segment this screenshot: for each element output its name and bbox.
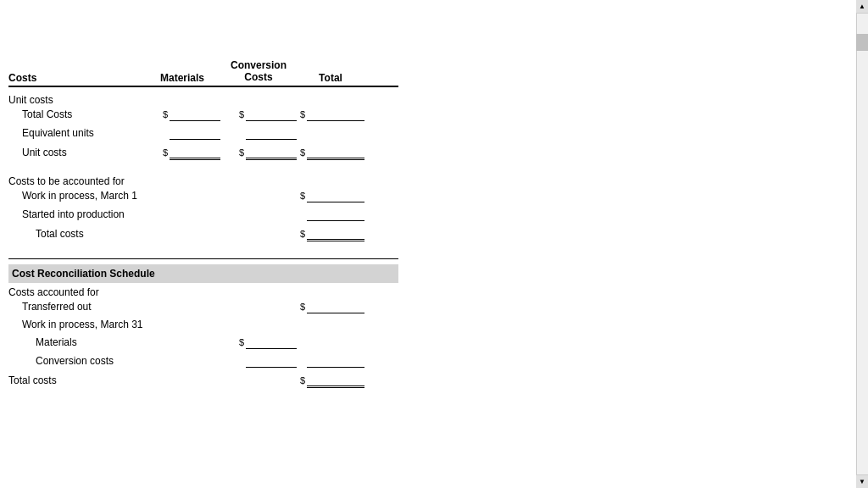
header-total: Total [297, 72, 364, 84]
wip-march1-row: Work in process, March 1 $ [8, 189, 398, 202]
dollar-wip-march1: $ [300, 191, 305, 201]
header-costs: Costs [8, 72, 144, 84]
wip-march31-label-row: Work in process, March 31 [8, 319, 398, 330]
dollar-total-accounted: $ [300, 229, 305, 239]
unit-costs-conv-input[interactable] [246, 145, 297, 160]
total-costs-conv-input[interactable] [246, 108, 297, 121]
scrollbar[interactable]: ▲ ▼ [856, 0, 868, 488]
unit-costs-section-label: Unit costs [8, 91, 398, 108]
recon-total-costs-label: Total costs [8, 374, 144, 386]
table-header: Costs Materials ConversionCosts Total [8, 59, 398, 87]
header-conversion: ConversionCosts [220, 59, 297, 84]
section-divider [8, 258, 398, 259]
unit-costs-mat-input[interactable] [170, 145, 220, 160]
reconciliation-header: Cost Reconciliation Schedule [8, 264, 398, 283]
recon-total-costs-input[interactable] [307, 373, 364, 388]
recon-materials-label: Materials [8, 336, 144, 348]
header-materials: Materials [144, 72, 220, 84]
transferred-out-input[interactable] [307, 300, 364, 313]
total-costs-accounted-row: Total costs $ [8, 226, 398, 241]
wip-march31-label: Work in process, March 31 [8, 319, 144, 330]
total-costs-row: Total Costs $ $ $ [8, 108, 398, 121]
main-content: Costs Materials ConversionCosts Total Un… [0, 0, 856, 488]
scroll-thumb[interactable] [856, 34, 868, 51]
started-production-label: Started into production [8, 208, 144, 220]
total-costs-accounted-label: Total costs [8, 228, 144, 240]
recon-materials-input[interactable] [246, 336, 297, 349]
recon-materials-row: Materials $ [8, 336, 398, 349]
scroll-up-arrow[interactable]: ▲ [856, 0, 868, 14]
dollar-transferred: $ [300, 302, 305, 312]
recon-conversion-tot-input[interactable] [307, 354, 364, 368]
dollar-tot-unit: $ [300, 147, 305, 158]
recon-conversion-input[interactable] [246, 354, 297, 368]
costs-accounted-for-label: Costs accounted for [8, 285, 398, 300]
equiv-units-mat-input[interactable] [170, 126, 220, 140]
dollar-recon-total: $ [300, 375, 305, 385]
started-production-input[interactable] [307, 208, 364, 221]
unit-costs-row: Unit costs $ $ $ [8, 145, 398, 160]
recon-conversion-row: Conversion costs [8, 354, 398, 368]
transferred-out-row: Transferred out $ [8, 300, 398, 313]
dollar-mat-total: $ [163, 109, 168, 119]
wip-march1-input[interactable] [307, 189, 364, 202]
scroll-down-arrow[interactable]: ▼ [856, 474, 868, 488]
dollar-conv-unit: $ [239, 147, 244, 158]
dollar-conv-total: $ [239, 109, 244, 119]
total-costs-tot-input[interactable] [307, 108, 364, 121]
page-container: ▲ ▼ Costs Materials ConversionCosts Tota… [0, 0, 868, 488]
total-costs-label: Total Costs [8, 108, 144, 120]
dollar-mat-unit: $ [163, 147, 168, 158]
total-costs-accounted-input[interactable] [307, 226, 364, 241]
recon-total-costs-row: Total costs $ [8, 373, 398, 388]
wip-march1-label: Work in process, March 1 [8, 190, 144, 202]
equivalent-units-label: Equivalent units [8, 127, 144, 139]
unit-costs-label: Unit costs [8, 147, 144, 158]
equiv-units-conv-input[interactable] [246, 126, 297, 140]
transferred-out-label: Transferred out [8, 301, 144, 313]
dollar-tot-total: $ [300, 109, 305, 119]
equivalent-units-row: Equivalent units [8, 126, 398, 140]
table-container: Costs Materials ConversionCosts Total Un… [8, 59, 398, 388]
total-costs-mat-input[interactable] [170, 108, 220, 121]
recon-conversion-label: Conversion costs [8, 355, 144, 367]
started-production-row: Started into production [8, 208, 398, 221]
dollar-recon-mat: $ [239, 337, 244, 347]
costs-accounted-section-label: Costs to be accounted for [8, 172, 398, 189]
unit-costs-tot-input[interactable] [307, 145, 364, 160]
